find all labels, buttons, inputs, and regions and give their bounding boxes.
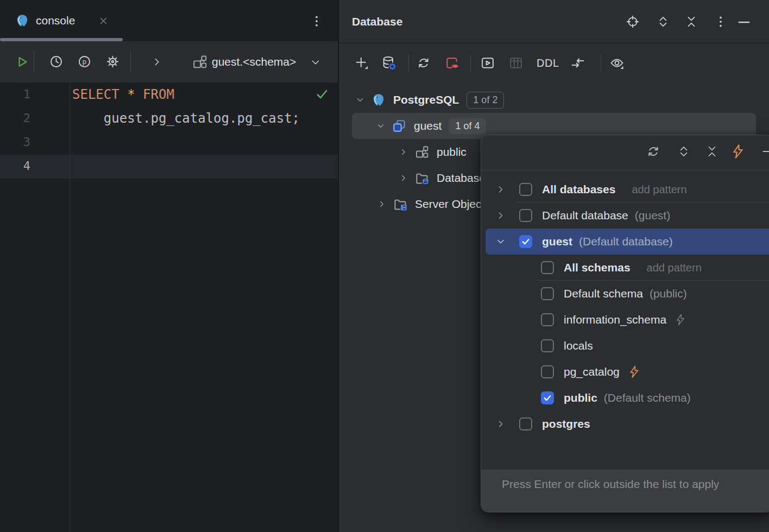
checkbox-unchecked[interactable] bbox=[519, 209, 532, 222]
checkbox-unchecked[interactable] bbox=[541, 313, 554, 326]
minimize-icon[interactable] bbox=[761, 144, 769, 159]
checkbox-unchecked[interactable] bbox=[541, 365, 554, 378]
tree-node-label: Server Objects bbox=[415, 198, 490, 211]
chevron-right-icon[interactable] bbox=[151, 56, 163, 68]
bolt-icon[interactable] bbox=[730, 143, 746, 160]
chevron-right-icon[interactable] bbox=[495, 419, 506, 429]
disconnect-icon[interactable] bbox=[444, 55, 459, 71]
chevron-right-icon[interactable] bbox=[399, 147, 408, 157]
popup-row-guest[interactable]: guest (Default database) bbox=[486, 229, 769, 255]
chevron-right-icon[interactable] bbox=[399, 173, 408, 183]
line-number: 1 bbox=[0, 83, 30, 106]
chevron-right-icon[interactable] bbox=[495, 184, 506, 195]
chevron-down-icon[interactable] bbox=[355, 95, 365, 105]
refresh-icon[interactable] bbox=[416, 55, 431, 71]
jump-to-console-icon[interactable] bbox=[570, 55, 585, 71]
svg-text:p: p bbox=[83, 58, 87, 66]
popup-row-locals[interactable]: locals bbox=[481, 333, 769, 359]
line-number: 3 bbox=[0, 130, 30, 154]
chevron-right-icon[interactable] bbox=[495, 210, 506, 221]
introspection-badge: 1 of 4 bbox=[449, 118, 486, 134]
bolt-icon bbox=[627, 365, 641, 379]
chevron-down-icon[interactable] bbox=[376, 121, 386, 131]
schema-selection-popup: All databases add pattern Default databa… bbox=[481, 135, 769, 512]
checkbox-unchecked[interactable] bbox=[519, 183, 532, 196]
checkbox-unchecked[interactable] bbox=[519, 417, 532, 430]
row-label: Default database bbox=[542, 209, 628, 222]
popup-footer-hint: Press Enter or click outside the list to… bbox=[481, 470, 769, 512]
database-toolbar: DDL bbox=[339, 43, 769, 83]
popup-row-pg-catalog[interactable]: pg_catalog bbox=[481, 359, 769, 385]
add-pattern-link[interactable]: add pattern bbox=[632, 183, 686, 196]
row-suffix: (Default schema) bbox=[604, 391, 691, 404]
popup-row-all-schemas[interactable]: All schemas add pattern bbox=[481, 255, 769, 281]
checkbox-checked[interactable] bbox=[541, 391, 554, 404]
run-toolbar: p guest.<schema> bbox=[0, 41, 338, 83]
chevron-down-icon[interactable] bbox=[310, 56, 322, 68]
tab-console[interactable]: console bbox=[0, 0, 123, 41]
schema-icon bbox=[192, 54, 207, 69]
popup-row-public[interactable]: public (Default schema) bbox=[481, 385, 769, 411]
row-label: All databases bbox=[542, 183, 615, 196]
divider bbox=[470, 54, 471, 72]
editor-pane: console p bbox=[0, 0, 338, 532]
popup-toolbar-separator bbox=[481, 170, 769, 170]
table-icon bbox=[508, 55, 524, 71]
application-window: console p bbox=[0, 0, 769, 532]
panel-title: Database bbox=[352, 0, 402, 43]
data-source-properties-icon[interactable] bbox=[381, 55, 396, 71]
inspection-ok-check-icon[interactable] bbox=[315, 87, 329, 102]
settings-icon[interactable] bbox=[105, 54, 120, 69]
row-label: locals bbox=[564, 339, 593, 352]
popup-row-default-schema[interactable]: Default schema (public) bbox=[481, 281, 769, 307]
ddl-button[interactable]: DDL bbox=[537, 43, 559, 83]
divider bbox=[34, 51, 34, 73]
popup-row-information-schema[interactable]: information_schema bbox=[481, 307, 769, 333]
code-line-1: SELECT * FROM bbox=[72, 83, 174, 106]
collapse-all-icon[interactable] bbox=[684, 15, 698, 29]
expand-all-icon[interactable] bbox=[677, 144, 691, 159]
more-vertical-icon[interactable] bbox=[714, 15, 728, 29]
query-console-icon[interactable] bbox=[480, 55, 495, 71]
sql-keyword: FROM bbox=[143, 87, 174, 102]
code-editor[interactable]: 1 2 3 4 SELECT * FROM guest.pg_catalog.p… bbox=[0, 83, 338, 532]
bolt-icon bbox=[674, 313, 687, 326]
popup-row-all-databases[interactable]: All databases add pattern bbox=[481, 176, 769, 202]
parameters-icon[interactable]: p bbox=[77, 54, 92, 69]
locate-icon[interactable] bbox=[626, 15, 640, 29]
row-suffix: (guest) bbox=[635, 209, 670, 222]
sql-star: * bbox=[127, 87, 135, 102]
tab-title: console bbox=[36, 0, 75, 41]
checkbox-unchecked[interactable] bbox=[541, 287, 554, 300]
tree-node-label: guest bbox=[414, 119, 442, 132]
more-vertical-icon[interactable] bbox=[310, 14, 324, 28]
line-number: 2 bbox=[0, 106, 30, 130]
database-panel-header: Database bbox=[339, 0, 769, 43]
checkbox-checked[interactable] bbox=[519, 235, 532, 248]
history-icon[interactable] bbox=[49, 54, 64, 69]
tree-row-postgresql[interactable]: PostgreSQL 1 of 2 bbox=[339, 87, 769, 113]
close-icon[interactable] bbox=[99, 16, 108, 26]
introspection-badge: 1 of 2 bbox=[467, 92, 504, 109]
popup-row-default-database[interactable]: Default database (guest) bbox=[481, 202, 769, 229]
add-pattern-link[interactable]: add pattern bbox=[647, 262, 702, 274]
refresh-icon[interactable] bbox=[646, 144, 661, 159]
add-icon[interactable] bbox=[354, 55, 369, 71]
tree-node-label: public bbox=[437, 145, 467, 159]
run-icon[interactable] bbox=[15, 55, 29, 69]
collapse-all-icon[interactable] bbox=[705, 144, 719, 159]
row-label: Default schema bbox=[564, 287, 643, 300]
minimize-icon[interactable] bbox=[736, 15, 752, 30]
schema-selector[interactable]: guest.<schema> bbox=[212, 41, 296, 83]
popup-row-postgres[interactable]: postgres bbox=[481, 411, 769, 437]
divider bbox=[601, 54, 601, 72]
editor-tab-bar: console bbox=[0, 0, 338, 41]
chevron-right-icon[interactable] bbox=[377, 199, 387, 209]
row-suffix: (public) bbox=[650, 287, 687, 300]
eye-icon[interactable] bbox=[609, 55, 625, 71]
chevron-down-icon[interactable] bbox=[495, 236, 506, 247]
checkbox-unchecked[interactable] bbox=[541, 261, 554, 274]
expand-all-icon[interactable] bbox=[656, 15, 670, 29]
sql-keyword: SELECT bbox=[72, 87, 119, 102]
checkbox-unchecked[interactable] bbox=[541, 339, 554, 352]
